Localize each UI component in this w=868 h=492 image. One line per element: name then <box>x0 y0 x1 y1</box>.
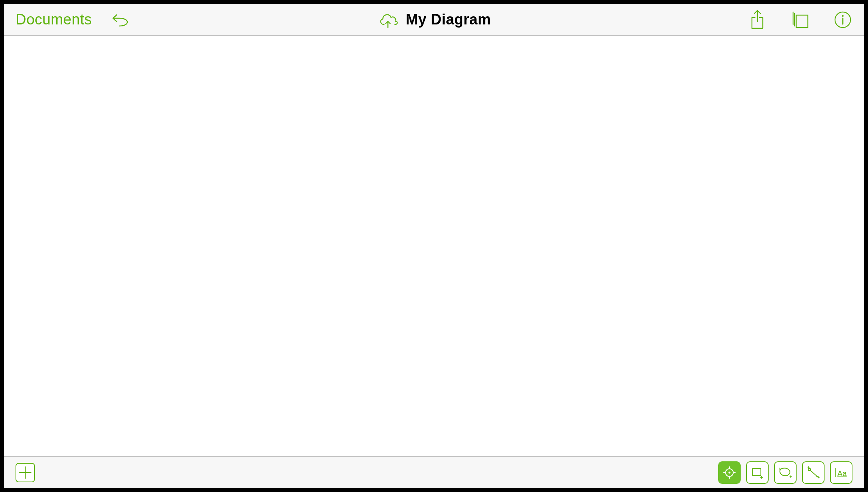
svg-rect-5 <box>752 468 761 475</box>
plus-icon <box>19 466 32 479</box>
info-icon <box>834 11 851 28</box>
line-connect-icon <box>806 465 821 480</box>
freehand-loop-icon <box>778 466 793 480</box>
add-button[interactable] <box>16 463 35 482</box>
top-toolbar-right <box>748 10 852 29</box>
bottom-toolbar-right: Aa <box>718 461 852 484</box>
text-tool[interactable]: Aa <box>830 461 852 484</box>
svg-text:Aa: Aa <box>837 469 847 478</box>
svg-rect-0 <box>796 15 808 28</box>
canvases-button[interactable] <box>790 10 810 29</box>
freehand-tool[interactable] <box>774 461 797 484</box>
top-toolbar-left: Documents <box>16 11 133 28</box>
top-toolbar-center: My Diagram <box>377 10 491 29</box>
canvases-stack-icon <box>791 10 809 29</box>
rectangle-add-icon <box>750 465 765 480</box>
bottom-toolbar: Aa <box>4 456 864 488</box>
text-aa-icon: Aa <box>833 466 849 479</box>
info-button[interactable] <box>833 10 852 29</box>
crosshair-icon <box>723 466 736 479</box>
drawing-canvas[interactable] <box>4 36 864 456</box>
top-toolbar: Documents My Diagram <box>4 4 864 36</box>
svg-point-7 <box>816 476 818 477</box>
undo-icon <box>111 13 133 27</box>
share-icon <box>750 10 765 30</box>
svg-point-2 <box>842 15 844 16</box>
document-title[interactable]: My Diagram <box>406 11 491 28</box>
documents-button[interactable]: Documents <box>16 11 92 28</box>
svg-point-4 <box>729 471 731 473</box>
selection-tool[interactable] <box>718 461 741 484</box>
cloud-sync-icon[interactable] <box>377 10 399 29</box>
undo-button[interactable] <box>111 12 133 28</box>
shape-tool[interactable] <box>746 461 769 484</box>
line-tool[interactable] <box>802 461 825 484</box>
bottom-toolbar-left <box>16 463 35 482</box>
share-button[interactable] <box>748 10 767 29</box>
